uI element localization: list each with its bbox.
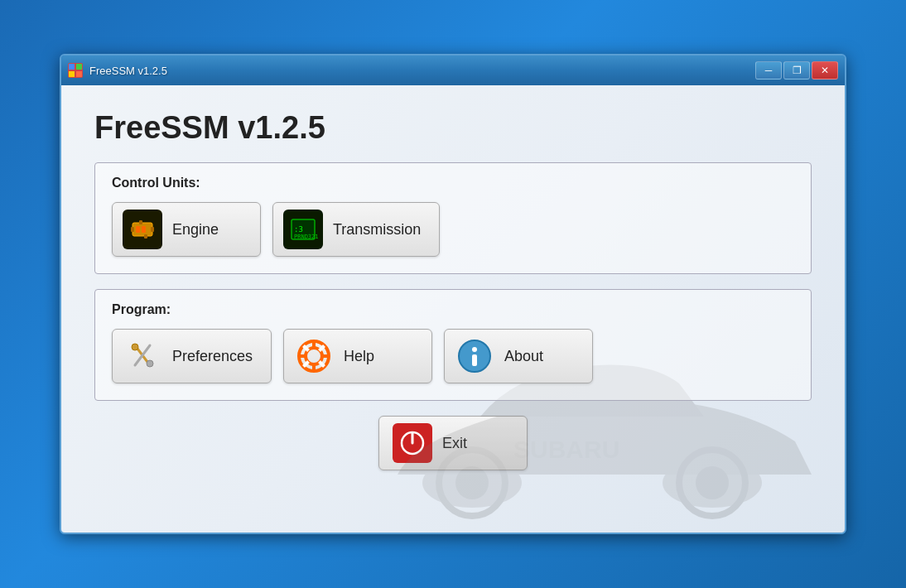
main-window: FreeSSM v1.2.5 ─ ❐ ✕ SUBARU (60, 54, 846, 534)
help-button-label: Help (344, 348, 374, 365)
engine-button[interactable]: Engine (112, 202, 261, 257)
title-bar: FreeSSM v1.2.5 ─ ❐ ✕ (61, 55, 845, 85)
minimize-button[interactable]: ─ (755, 61, 782, 80)
app-icon (68, 63, 83, 78)
svg-point-10 (696, 466, 729, 499)
program-label: Program: (112, 302, 794, 317)
svg-rect-2 (76, 64, 82, 70)
about-button-label: About (504, 348, 543, 365)
svg-rect-4 (76, 71, 82, 77)
preferences-button-label: Preferences (172, 348, 253, 365)
preferences-icon (123, 336, 162, 376)
restore-button[interactable]: ❐ (783, 61, 810, 80)
engine-button-label: Engine (172, 221, 219, 239)
svg-point-25 (147, 360, 153, 367)
svg-rect-1 (69, 64, 75, 70)
program-group: Program: Preferences (94, 289, 812, 401)
svg-rect-3 (69, 71, 75, 77)
help-icon (294, 336, 334, 376)
svg-point-8 (455, 466, 489, 499)
about-icon (455, 336, 494, 376)
control-units-group: Control Units: (94, 162, 812, 274)
control-units-label: Control Units: (112, 176, 794, 190)
svg-text:PRND321: PRND321 (294, 234, 318, 240)
title-bar-controls: ─ ❐ ✕ (755, 61, 838, 80)
about-button[interactable]: About (444, 329, 593, 383)
svg-point-24 (132, 344, 138, 350)
help-button[interactable]: Help (283, 329, 432, 383)
svg-rect-15 (131, 227, 134, 232)
transmission-button[interactable]: :3 PRND321 Transmission (272, 202, 440, 257)
svg-rect-17 (139, 220, 142, 224)
exit-button-label: Exit (442, 435, 467, 452)
svg-rect-13 (136, 226, 140, 233)
program-buttons: Preferences (112, 329, 794, 383)
close-button[interactable]: ✕ (812, 61, 838, 80)
preferences-button[interactable]: Preferences (112, 329, 272, 383)
transmission-button-label: Transmission (333, 221, 421, 239)
window-content: SUBARU FreeSSM v1.2.5 Control Units: (61, 85, 845, 533)
svg-point-33 (472, 347, 477, 352)
svg-rect-16 (151, 227, 154, 232)
app-title: FreeSSM v1.2.5 (94, 110, 812, 146)
exit-row: Exit (94, 416, 812, 470)
svg-rect-34 (472, 354, 477, 366)
window-title: FreeSSM v1.2.5 (89, 65, 167, 77)
svg-rect-18 (144, 234, 147, 239)
control-units-buttons: Engine :3 PRND321 Transmission (112, 202, 794, 257)
svg-rect-14 (142, 226, 146, 233)
engine-icon (123, 210, 162, 249)
svg-text::3: :3 (294, 225, 303, 234)
transmission-icon: :3 PRND321 (283, 210, 323, 249)
exit-button[interactable]: Exit (378, 416, 528, 470)
title-bar-left: FreeSSM v1.2.5 (68, 63, 167, 78)
exit-icon (393, 423, 432, 463)
